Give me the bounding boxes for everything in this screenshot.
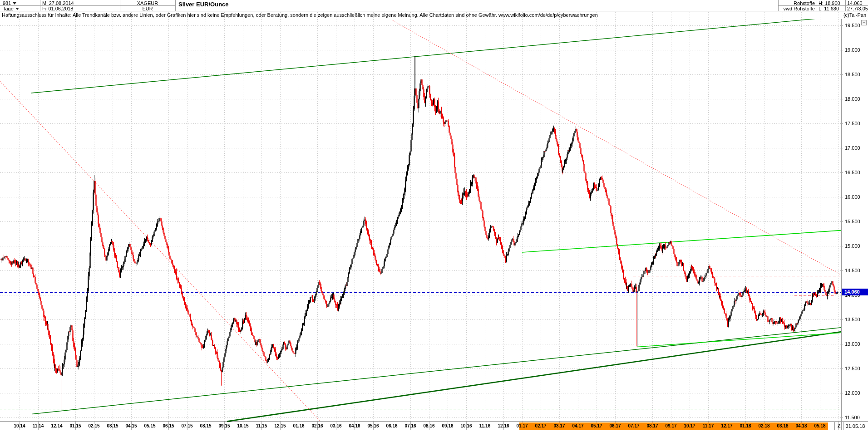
y-axis-label: 15.500: [845, 219, 860, 224]
x-axis-label: 09.16: [442, 423, 453, 428]
last-price-badge: 14.060: [842, 289, 868, 295]
x-axis-label: 08.15: [200, 423, 211, 428]
y-axis-label: 17.000: [845, 145, 860, 151]
x-axis-label: 07.15: [181, 423, 192, 428]
x-axis-label: 11.14: [33, 423, 44, 428]
x-axis-label: 01.15: [69, 423, 81, 428]
x-axis-label: 04.15: [125, 423, 137, 428]
x-axis-label: 02.18: [758, 423, 769, 428]
chart-window: 981 Tage Mi 27.08.2014 Fr 01.06.2018 XAG…: [0, 0, 868, 432]
disclaimer-text: Haftungsausschluss für Inhalte: Alle Tre…: [2, 12, 598, 18]
x-axis-label: 04.16: [349, 423, 360, 428]
x-axis-label: 01.18: [740, 423, 751, 428]
x-axis-label: 10.14: [14, 423, 25, 428]
end-date-label: 31.05.18: [843, 423, 867, 429]
page-title: Silver EUR/Ounce: [178, 2, 229, 7]
y-axis-label: 15.000: [845, 243, 860, 249]
x-axis-label: 06.17: [609, 423, 621, 428]
x-axis-label: 05.16: [367, 423, 379, 428]
x-axis-label: 03.16: [330, 423, 341, 428]
y-axis-label: 12.000: [845, 390, 860, 396]
x-axis-label: 02.15: [88, 423, 99, 428]
x-axis-label: 09.15: [218, 423, 230, 428]
x-axis-label: 07.17: [628, 423, 639, 428]
x-axis-label: 06.16: [386, 423, 397, 428]
x-axis-label: 10.16: [460, 423, 472, 428]
x-axis-label: 09.17: [665, 423, 676, 428]
x-axis-label: 04.17: [572, 423, 583, 428]
y-axis-label: 19.000: [845, 47, 860, 53]
x-axis-label: 12.17: [721, 423, 732, 428]
y-axis-label: 18.500: [845, 72, 860, 77]
x-axis-label: 02.17: [535, 423, 546, 428]
divider: [175, 0, 176, 11]
collapse-panel-button[interactable]: −: [861, 20, 867, 25]
x-axis-label: 05.15: [144, 423, 155, 428]
x-axis-label: 12.15: [274, 423, 286, 428]
x-axis-label: 12.16: [498, 423, 509, 428]
x-axis-label: 01.16: [293, 423, 304, 428]
x-axis-label: 08.16: [423, 423, 434, 428]
x-axis-label: 05.18: [814, 423, 825, 428]
divider: [0, 5, 175, 6]
divider: [778, 5, 868, 6]
x-axis-label: 06.15: [163, 423, 174, 428]
y-axis-label: 18.000: [845, 96, 860, 102]
y-axis-label: 13.000: [845, 341, 860, 347]
copyright-watermark: (c)Tai-Pan: [843, 12, 866, 18]
x-axis-label: 03.15: [107, 423, 118, 428]
dropdown-arrow-icon: [15, 8, 19, 10]
y-axis-label: 17.500: [845, 121, 860, 126]
x-axis-label: 01.17: [516, 423, 528, 428]
x-axis-label: 10.15: [237, 423, 248, 428]
x-axis-label: 12.14: [51, 423, 62, 428]
x-axis-label: 08.17: [646, 423, 658, 428]
y-axis-label: 19.500: [845, 23, 860, 28]
y-axis-label: 13.500: [845, 317, 860, 322]
x-axis-label: 11.16: [479, 423, 490, 428]
dropdown-arrow-icon: [13, 2, 16, 5]
x-axis-label: 04.18: [795, 423, 807, 428]
y-axis-label: 11.500: [845, 415, 860, 420]
divider: [0, 11, 868, 11]
x-axis-label: 05.17: [591, 423, 602, 428]
x-axis-label: 11.17: [703, 423, 714, 428]
zoom-mode-cell[interactable]: Z: [834, 422, 843, 430]
x-axis-label: 03.18: [777, 423, 788, 428]
x-axis-label: 11.15: [256, 423, 267, 428]
y-axis-label: 16.000: [845, 194, 860, 200]
price-chart-canvas[interactable]: [0, 0, 868, 432]
x-axis-label: 02.16: [311, 423, 323, 428]
y-axis-label: 12.500: [845, 366, 860, 371]
y-axis-label: 14.500: [845, 268, 860, 273]
x-axis-label: 10.17: [684, 423, 695, 428]
x-axis-label: 07.16: [404, 423, 416, 428]
x-axis-label: 03.17: [553, 423, 565, 428]
y-axis-label: 16.500: [845, 170, 860, 175]
